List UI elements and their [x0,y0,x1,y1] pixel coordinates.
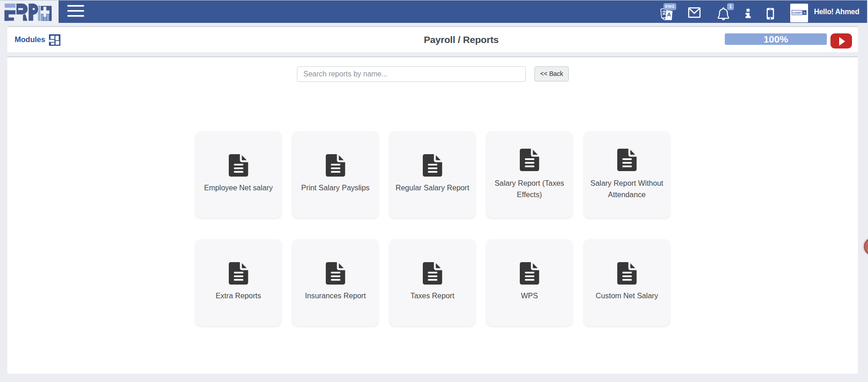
svg-text:A: A [667,11,671,18]
svg-text:CLOUDSOFT: CLOUDSOFT [793,12,802,14]
svg-text:S: S [803,11,805,14]
